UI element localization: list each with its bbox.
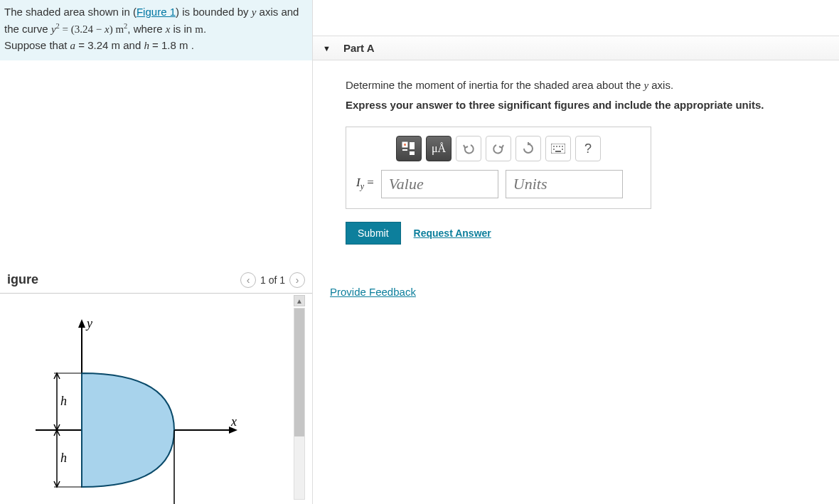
submit-button[interactable]: Submit: [346, 222, 401, 245]
label-x: x: [230, 414, 237, 429]
reset-icon: [522, 142, 535, 155]
label-y: y: [85, 316, 92, 331]
problem-prompt: The shaded area shown in (Figure 1) is b…: [0, 0, 312, 60]
svg-point-19: [562, 146, 563, 147]
answer-box: μÅ ? Iy =: [346, 127, 651, 209]
figure-prev-button[interactable]: ‹: [240, 272, 256, 288]
svg-rect-14: [410, 151, 415, 155]
figure-next-button[interactable]: ›: [289, 272, 305, 288]
label-h-top: h: [60, 394, 67, 408]
templates-icon: [402, 141, 416, 156]
part-instruction: Express your answer to three significant…: [346, 99, 818, 111]
svg-point-20: [553, 149, 555, 150]
part-description: Determine the moment of inertia for the …: [346, 79, 818, 92]
answer-lhs: Iy =: [356, 176, 374, 192]
undo-button[interactable]: [456, 136, 481, 161]
value-input[interactable]: [381, 170, 498, 198]
label-h-bot: h: [60, 451, 67, 465]
figure-panel-title: igure: [7, 272, 38, 287]
request-answer-link[interactable]: Request Answer: [414, 227, 491, 239]
keyboard-button[interactable]: [545, 136, 571, 161]
part-a-header[interactable]: ▼ Part A: [313, 36, 839, 60]
provide-feedback-link[interactable]: Provide Feedback: [330, 286, 839, 298]
keyboard-icon: [551, 144, 565, 154]
units-input[interactable]: [506, 170, 623, 198]
svg-point-18: [559, 146, 560, 147]
reset-button[interactable]: [515, 136, 541, 161]
special-chars-button[interactable]: μÅ: [426, 136, 451, 161]
redo-icon: [492, 142, 505, 155]
undo-icon: [462, 142, 475, 155]
svg-point-17: [556, 146, 557, 147]
collapse-caret-icon: ▼: [323, 44, 331, 53]
help-button[interactable]: ?: [575, 136, 601, 161]
svg-point-21: [562, 149, 563, 150]
redo-button[interactable]: [486, 136, 511, 161]
figure-diagram: a h h y x: [0, 302, 284, 504]
svg-marker-2: [78, 319, 85, 328]
figure-scroll-up[interactable]: ▲: [294, 295, 305, 306]
svg-rect-22: [555, 151, 561, 152]
figure-pager: ‹ 1 of 1 ›: [240, 272, 305, 288]
templates-button[interactable]: [396, 136, 422, 161]
figure-scroll-thumb[interactable]: [294, 309, 304, 436]
figure-scrollbar[interactable]: [294, 308, 305, 500]
part-title: Part A: [343, 42, 375, 54]
figure-link[interactable]: Figure 1: [137, 6, 176, 18]
svg-rect-12: [410, 142, 415, 149]
svg-rect-11: [404, 144, 406, 146]
svg-point-16: [553, 146, 555, 147]
prompt-text: The shaded area shown in (: [4, 6, 137, 18]
figure-page-text: 1 of 1: [260, 274, 285, 286]
